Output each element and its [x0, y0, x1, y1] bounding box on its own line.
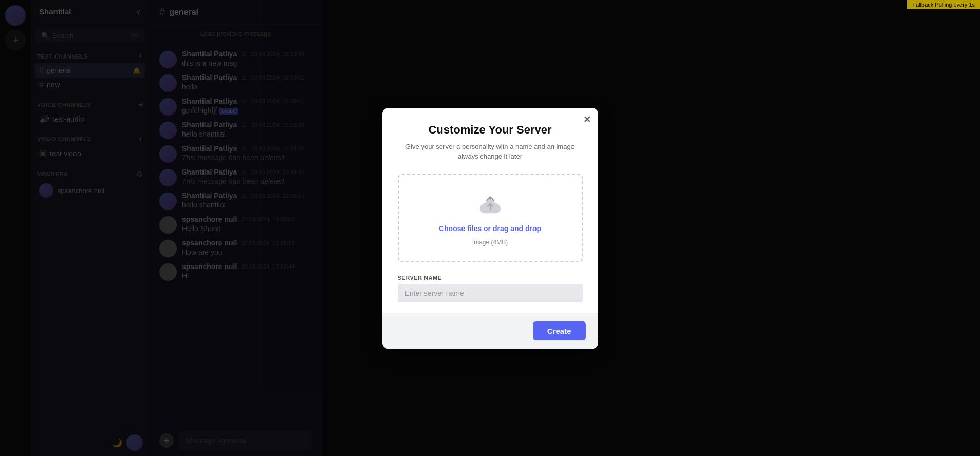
cloud-upload-icon: [477, 191, 503, 218]
customize-server-modal: ✕ Customize Your Server Give your server…: [382, 108, 598, 349]
upload-area[interactable]: Choose files or drag and drop Image (4MB…: [398, 174, 583, 262]
modal-footer: Create: [382, 313, 598, 349]
fallback-banner: Fallback Polling every 1s: [907, 0, 980, 9]
server-name-input[interactable]: [398, 284, 583, 302]
create-button[interactable]: Create: [533, 321, 586, 340]
server-name-field-label: SERVER NAME: [398, 275, 583, 281]
modal-close-button[interactable]: ✕: [583, 114, 591, 125]
upload-hint: Image (4MB): [472, 239, 508, 246]
modal-body: Customize Your Server Give your server a…: [382, 108, 598, 313]
upload-link[interactable]: Choose files or drag and drop: [439, 224, 541, 233]
modal-subtitle: Give your server a personality with a na…: [398, 142, 583, 162]
modal-title: Customize Your Server: [398, 123, 583, 137]
modal-overlay: ✕ Customize Your Server Give your server…: [0, 0, 980, 456]
